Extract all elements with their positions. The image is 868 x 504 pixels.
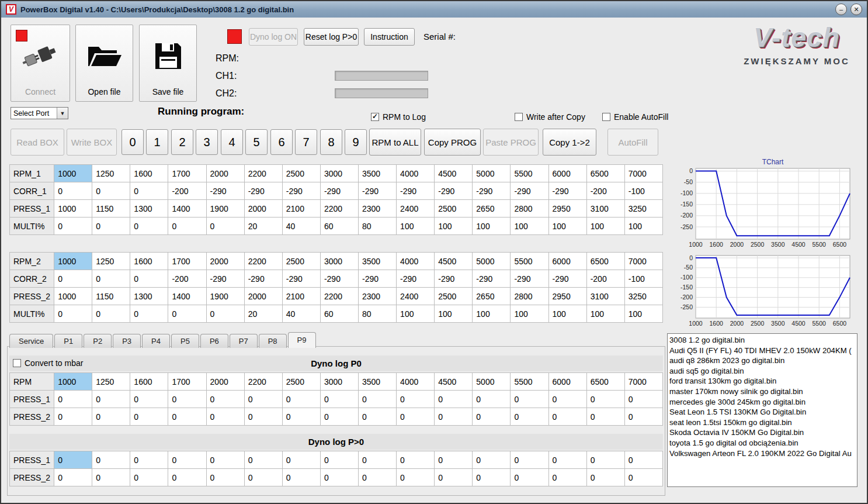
table-cell[interactable]: -290 (548, 182, 586, 200)
table-cell[interactable]: 20 (244, 305, 282, 323)
tab-p5[interactable]: P5 (171, 334, 199, 348)
table-cell[interactable]: 0 (511, 408, 548, 426)
table-cell[interactable]: 0 (359, 391, 397, 408)
table-cell[interactable]: 1000 (54, 373, 92, 391)
table-cell[interactable]: 0 (130, 182, 168, 200)
table-cell[interactable]: -100 (624, 182, 662, 200)
program-button-1[interactable]: 1 (146, 129, 168, 155)
table-cell[interactable]: 4000 (397, 253, 435, 270)
table-cell[interactable]: 100 (473, 305, 511, 323)
table-cell[interactable]: -290 (320, 270, 358, 288)
table-cell[interactable]: 0 (282, 408, 320, 426)
table-cell[interactable]: 0 (359, 408, 397, 426)
list-item[interactable]: Skoda Octavia IV 150KM Go Digital.bin (669, 427, 857, 438)
table-cell[interactable]: 2650 (473, 200, 511, 218)
table-cell[interactable]: 0 (397, 391, 435, 408)
table-cell[interactable]: -290 (282, 182, 320, 200)
connect-button[interactable]: Connect (11, 25, 70, 102)
table-cell[interactable]: 1250 (92, 373, 130, 391)
table-cell[interactable]: -290 (511, 182, 548, 200)
table-cell[interactable]: 0 (168, 305, 206, 323)
table-cell[interactable]: 0 (624, 469, 662, 486)
table-cell[interactable]: 1000 (54, 165, 92, 182)
checkbox-box[interactable] (13, 359, 21, 367)
table-cell[interactable]: 1000 (54, 253, 92, 270)
table-cell[interactable]: 0 (168, 218, 206, 235)
table-cell[interactable]: 0 (92, 408, 130, 426)
table-cell[interactable]: 6500 (586, 165, 624, 182)
tab-p2[interactable]: P2 (84, 334, 112, 348)
table-cell[interactable]: 2000 (244, 288, 282, 305)
table-cell[interactable]: 1150 (92, 200, 130, 218)
table-cell[interactable]: 0 (359, 451, 397, 469)
program-button-3[interactable]: 3 (196, 129, 218, 155)
table-cell[interactable]: 20 (244, 218, 282, 235)
table-cell[interactable]: 0 (244, 469, 282, 486)
table-cell[interactable]: 100 (511, 305, 548, 323)
table-cell[interactable]: 2200 (320, 288, 358, 305)
table-cell[interactable]: 2950 (548, 288, 586, 305)
checkbox-box[interactable] (515, 113, 523, 121)
rpm-to-all-button[interactable]: RPM to ALL (369, 129, 421, 156)
table-cell[interactable]: 1300 (130, 288, 168, 305)
table-cell[interactable]: 2950 (548, 200, 586, 218)
reset-log-button[interactable]: Reset log P>0 (304, 28, 359, 46)
table-cell[interactable]: 2300 (359, 200, 397, 218)
table-cell[interactable]: 1600 (130, 253, 168, 270)
table-cell[interactable]: 1150 (92, 288, 130, 305)
table-cell[interactable]: 3000 (320, 165, 358, 182)
table-cell[interactable]: 0 (244, 391, 282, 408)
table-cell[interactable]: 80 (359, 218, 397, 235)
instruction-button[interactable]: Instruction (364, 28, 415, 46)
save-file-button[interactable]: Save file (139, 25, 197, 102)
table-cell[interactable]: 2200 (244, 373, 282, 391)
list-item[interactable]: ford transit 130km go digital.bin (669, 376, 857, 386)
table-cell[interactable]: 0 (54, 451, 92, 469)
table-cell[interactable]: 60 (320, 305, 358, 323)
table-cell[interactable]: 5500 (511, 253, 548, 270)
list-item[interactable]: Audi Q5 II (FY FL) 40 TDI MHEV 2.0 150kW… (669, 346, 857, 356)
list-item[interactable]: mercedes gle 300d 245km go digital.bin (669, 397, 857, 408)
program-button-8[interactable]: 8 (320, 129, 342, 155)
table-cell[interactable]: 0 (54, 469, 92, 486)
minimize-button[interactable]: – (835, 4, 847, 15)
list-item[interactable]: Volkswagen Arteon FL 2.0 190KM 2022 Go D… (669, 448, 857, 459)
table-cell[interactable]: 1900 (206, 288, 244, 305)
program-button-9[interactable]: 9 (345, 129, 367, 155)
table-cell[interactable]: 0 (168, 408, 206, 426)
table-cell[interactable]: 0 (130, 218, 168, 235)
table-cell[interactable]: 4500 (435, 373, 473, 391)
table-cell[interactable]: -200 (586, 182, 624, 200)
table-cell[interactable]: 0 (206, 451, 244, 469)
table-cell[interactable]: -290 (244, 270, 282, 288)
table-cell[interactable]: -290 (473, 270, 511, 288)
table-cell[interactable]: 0 (624, 408, 662, 426)
tab-p6[interactable]: P6 (200, 334, 228, 348)
table-cell[interactable]: 0 (282, 469, 320, 486)
table-cell[interactable]: 0 (130, 391, 168, 408)
tab-service[interactable]: Service (9, 334, 53, 348)
table-cell[interactable]: 7000 (624, 373, 662, 391)
table-cell[interactable]: 0 (624, 391, 662, 408)
table-cell[interactable]: 1400 (168, 200, 206, 218)
table-cell[interactable]: 2300 (359, 288, 397, 305)
table-cell[interactable]: 2000 (244, 200, 282, 218)
table-cell[interactable]: 0 (130, 270, 168, 288)
program-button-7[interactable]: 7 (295, 129, 317, 155)
table-cell[interactable]: -290 (282, 270, 320, 288)
program-button-4[interactable]: 4 (221, 129, 243, 155)
list-item[interactable]: master 170km nowy silnik go digital.bin (669, 386, 857, 397)
table-cell[interactable]: 1600 (130, 373, 168, 391)
table-cell[interactable]: 0 (244, 451, 282, 469)
table-cell[interactable]: 100 (586, 218, 624, 235)
rpm-to-log-checkbox[interactable]: RPM to Log (371, 112, 426, 122)
table-cell[interactable]: 3100 (586, 288, 624, 305)
table-cell[interactable]: 0 (206, 408, 244, 426)
table-cell[interactable]: 0 (548, 408, 586, 426)
write-after-copy-checkbox[interactable]: Write after Copy (515, 112, 585, 122)
tab-p7[interactable]: P7 (230, 334, 258, 348)
table-cell[interactable]: 0 (473, 391, 511, 408)
table-cell[interactable]: 2400 (397, 288, 435, 305)
table-cell[interactable]: 6500 (586, 373, 624, 391)
table-cell[interactable]: 0 (320, 391, 358, 408)
